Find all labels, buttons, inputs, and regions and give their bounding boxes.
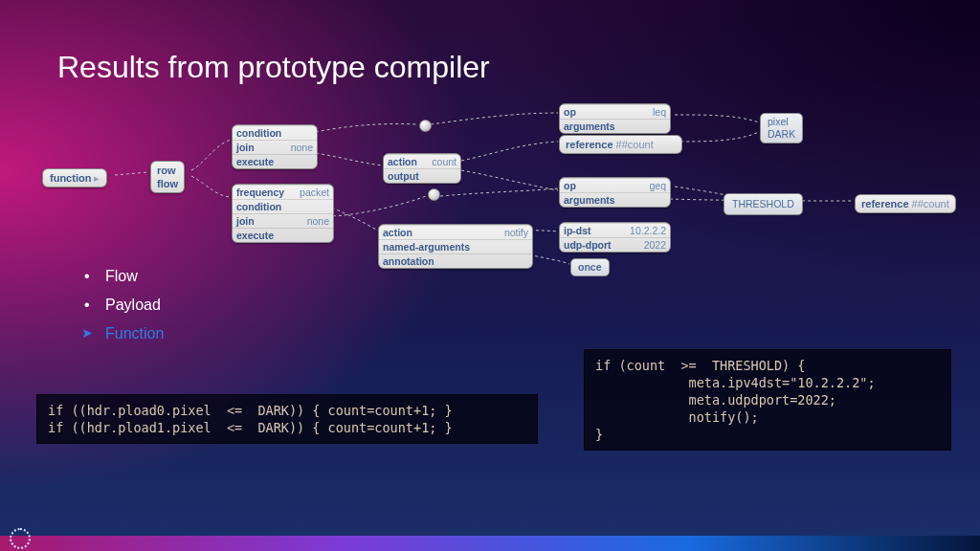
node-op-geq: opgeq arguments (559, 177, 671, 208)
list-item-payload: Payload (84, 297, 164, 314)
dot-1 (419, 120, 432, 132)
node-function: function ▸ (42, 168, 107, 187)
enum-threshold: THRESHOLD (724, 193, 803, 215)
code-block-right: if (count >= THRESHOLD) { meta.ipv4dst="… (584, 349, 951, 451)
node-reference-2: reference ##count (855, 194, 956, 213)
list-item-flow: Flow (84, 268, 164, 285)
node-action-notify: actionnotify named-arguments annotation (378, 224, 533, 269)
enum-pixel-dark: pixelDARK (760, 113, 803, 143)
dot-2 (428, 188, 440, 201)
node-op-leq: opleq arguments (559, 103, 671, 134)
enum-once: once (570, 258, 610, 276)
node-ipdst: ip-dst10.2.2.2 udp-dport2022 (559, 222, 671, 253)
node-row-flow: row flow (150, 161, 185, 193)
footer-bar (0, 536, 980, 551)
code-block-left: if ((hdr.pload0.pixel <= DARK)) { count=… (36, 394, 538, 444)
node-reference-1: reference ##count (559, 135, 682, 154)
node-cond-join-exec-1: condition joinnone execute (232, 124, 318, 169)
slide-title: Results from prototype compiler (57, 50, 490, 85)
feature-list: Flow Payload Function (84, 268, 164, 354)
node-action-count: actioncount output (383, 153, 461, 184)
gear-icon (10, 528, 31, 549)
node-freq-cond-join-exec: frequencypacket condition joinnone execu… (232, 184, 334, 243)
list-item-function: Function (84, 325, 164, 342)
